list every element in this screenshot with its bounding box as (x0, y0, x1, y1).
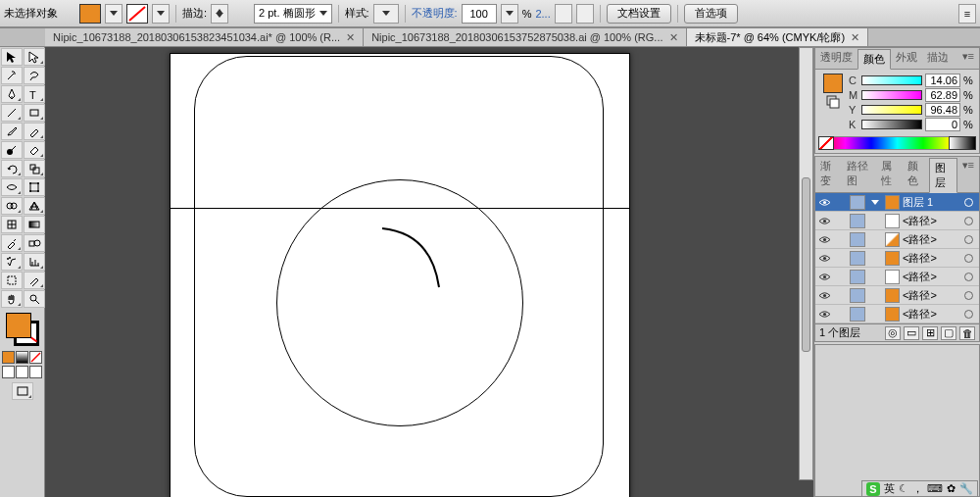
tab-doc-1[interactable]: Nipic_10673188_20180306153823451034.ai* … (45, 28, 364, 46)
visibility-icon[interactable] (815, 273, 833, 281)
layer-row[interactable]: <路径> (815, 249, 979, 268)
gradient-tool[interactable] (24, 216, 45, 233)
tray-wrench-icon[interactable]: 🔧 (959, 482, 973, 495)
m-value[interactable] (925, 88, 960, 102)
rectangle-tool[interactable] (24, 104, 45, 122)
visibility-icon[interactable] (815, 217, 833, 225)
locate-layer-icon[interactable]: ◎ (885, 326, 901, 340)
tray-gear-icon[interactable]: ✿ (947, 482, 956, 495)
ime-icon[interactable]: S (866, 482, 880, 496)
blob-brush-tool[interactable] (1, 141, 23, 159)
color-mode-gradient[interactable] (16, 351, 28, 364)
tab-attrs[interactable]: 属性 (876, 157, 903, 192)
tab-swatches[interactable]: 颜色 (903, 157, 929, 192)
m-slider[interactable] (861, 90, 922, 100)
align-button-1[interactable] (555, 4, 572, 24)
lasso-tool[interactable] (24, 67, 45, 84)
artboard[interactable] (170, 53, 630, 497)
close-icon[interactable]: ✕ (669, 31, 678, 44)
draw-inside[interactable] (29, 366, 42, 378)
fill-stroke-indicator[interactable] (6, 313, 39, 346)
slice-tool[interactable] (24, 272, 45, 289)
canvas-viewport[interactable] (45, 47, 813, 497)
tab-stroke[interactable]: 描边 (922, 48, 954, 69)
draw-normal[interactable] (2, 366, 15, 378)
tab-layers[interactable]: 图层 (929, 158, 957, 193)
layer-row[interactable]: <路径> (815, 230, 979, 249)
hand-tool[interactable] (1, 290, 23, 308)
target-icon[interactable] (964, 273, 973, 281)
visibility-icon[interactable] (815, 291, 833, 300)
new-sublayer-icon[interactable]: ⊞ (922, 326, 938, 340)
layer-row[interactable]: <路径> (815, 305, 979, 323)
preferences-button[interactable]: 首选项 (684, 4, 738, 24)
style-dropdown[interactable] (373, 4, 399, 24)
visibility-icon[interactable] (815, 235, 833, 244)
close-icon[interactable]: ✕ (851, 31, 859, 44)
path-arc[interactable] (363, 219, 470, 326)
visibility-icon[interactable] (815, 198, 833, 207)
panel-menu-icon[interactable]: ≡ (958, 4, 976, 24)
brush-profile-dropdown[interactable]: 2 pt. 椭圆形 (254, 4, 331, 24)
document-setup-button[interactable]: 文档设置 (607, 4, 671, 24)
align-button-2[interactable] (576, 4, 594, 24)
tab-gradient[interactable]: 渐变 (815, 157, 842, 192)
line-tool[interactable] (1, 104, 23, 122)
selection-tool[interactable] (1, 48, 23, 66)
paintbrush-tool[interactable] (1, 123, 23, 140)
target-icon[interactable] (964, 254, 973, 263)
ime-lang[interactable]: 英 (884, 481, 895, 496)
new-layer-icon[interactable]: ▢ (941, 326, 956, 340)
k-slider[interactable] (861, 120, 922, 129)
visibility-icon[interactable] (815, 310, 833, 319)
opacity-extra[interactable]: 2... (535, 8, 550, 20)
tab-doc-3[interactable]: 未标题-7* @ 64% (CMYK/轮廓)✕ (687, 28, 869, 46)
rotate-tool[interactable] (1, 160, 23, 177)
k-value[interactable] (925, 118, 960, 131)
pencil-tool[interactable] (24, 123, 45, 140)
layer-row[interactable]: 图层 1 (815, 193, 979, 212)
opacity-dropdown[interactable] (501, 4, 518, 24)
graph-tool[interactable] (24, 253, 45, 271)
stroke-swatch[interactable] (126, 4, 148, 24)
spectrum-strip[interactable] (819, 136, 975, 150)
vertical-scrollbar[interactable] (799, 47, 813, 480)
close-icon[interactable]: ✕ (346, 31, 355, 44)
eyedropper-tool[interactable] (1, 234, 23, 252)
c-slider[interactable] (861, 75, 922, 85)
layer-row[interactable]: <路径> (815, 212, 979, 230)
tab-transparency[interactable]: 透明度 (815, 48, 858, 69)
free-transform-tool[interactable] (24, 178, 45, 196)
c-value[interactable] (925, 74, 960, 87)
color-mode-normal[interactable] (2, 351, 15, 364)
width-tool[interactable] (1, 178, 23, 196)
panel-menu-icon[interactable]: ▾≡ (957, 48, 979, 69)
layer-row[interactable]: <路径> (815, 268, 979, 286)
delete-layer-icon[interactable]: 🗑 (959, 326, 975, 340)
swap-icon[interactable] (826, 95, 840, 109)
direct-selection-tool[interactable] (24, 48, 45, 66)
layer-row[interactable]: <路径> (815, 286, 979, 305)
target-icon[interactable] (964, 217, 973, 225)
y-value[interactable] (925, 103, 960, 117)
tray-comma-icon[interactable]: ， (912, 481, 923, 496)
fill-swatch[interactable] (79, 4, 101, 24)
tab-pathfinder[interactable]: 路径图 (842, 157, 876, 192)
fill-menu[interactable] (105, 4, 122, 24)
fill-box[interactable] (6, 313, 31, 338)
target-icon[interactable] (964, 310, 973, 319)
stroke-menu[interactable] (152, 4, 170, 24)
y-slider[interactable] (861, 105, 922, 115)
screen-mode-button[interactable] (12, 382, 33, 400)
pen-tool[interactable] (1, 85, 23, 103)
target-icon[interactable] (964, 291, 973, 300)
panel-menu-icon[interactable]: ▾≡ (957, 157, 979, 192)
scale-tool[interactable] (24, 160, 45, 177)
tray-keyboard-icon[interactable]: ⌨ (927, 482, 943, 495)
tray-moon-icon[interactable]: ☾ (899, 482, 908, 495)
make-clip-icon[interactable]: ▭ (904, 326, 919, 340)
color-mode-none[interactable] (29, 351, 42, 364)
opacity-label[interactable]: 不透明度: (412, 6, 458, 21)
perspective-grid-tool[interactable] (24, 197, 45, 215)
magic-wand-tool[interactable] (1, 67, 23, 84)
